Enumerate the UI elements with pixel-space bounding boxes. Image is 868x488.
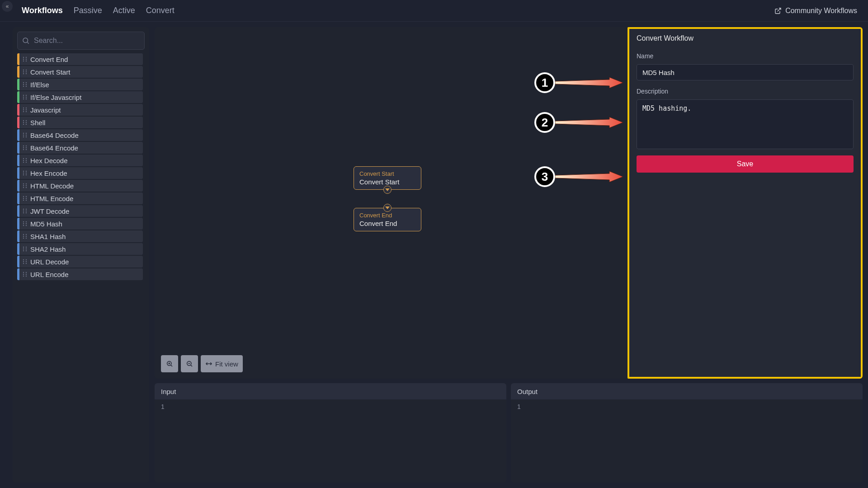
svg-point-99	[23, 259, 24, 260]
palette-item[interactable]: MD5 Hash	[17, 218, 143, 230]
palette-item[interactable]: If/Else	[17, 79, 143, 90]
zoom-in-button[interactable]	[161, 355, 178, 372]
svg-point-76	[26, 209, 27, 210]
palette-color-bar	[17, 117, 19, 128]
tab-workflows[interactable]: Workflows	[22, 6, 63, 15]
palette-item[interactable]: SHA2 Hash	[17, 243, 143, 255]
palette-color-bar	[17, 104, 19, 116]
arrow-icon	[555, 171, 623, 182]
svg-point-46	[26, 145, 27, 146]
output-panel: Output 1	[511, 383, 863, 483]
node-input-handle[interactable]	[383, 204, 392, 212]
palette-color-bar	[17, 66, 19, 78]
palette-item[interactable]: If/Else Javascript	[17, 91, 143, 103]
svg-point-49	[23, 149, 24, 150]
tab-passive[interactable]: Passive	[74, 6, 102, 15]
grip-icon	[21, 107, 28, 113]
community-workflows-link[interactable]: Community Workflows	[774, 7, 857, 15]
description-label: Description	[637, 88, 854, 95]
svg-point-75	[23, 209, 24, 210]
svg-point-77	[23, 211, 24, 211]
palette-item[interactable]: Hex Decode	[17, 155, 143, 166]
svg-point-68	[26, 187, 27, 188]
inspector-save-button[interactable]: Save	[637, 155, 854, 173]
canvas-controls: Fit view	[161, 355, 243, 372]
svg-point-60	[26, 173, 27, 174]
flow-node-convert-end[interactable]: Convert End Convert End	[354, 208, 421, 231]
palette-item[interactable]: Javascript	[17, 104, 143, 116]
svg-point-36	[26, 122, 27, 123]
svg-point-79	[23, 212, 24, 213]
palette-item[interactable]: JWT Decode	[17, 205, 143, 217]
svg-point-20	[26, 86, 27, 87]
svg-point-6	[26, 59, 27, 60]
palette-item[interactable]: Convert Start	[17, 66, 143, 78]
palette-color-bar	[17, 79, 19, 90]
palette-item[interactable]: Hex Encode	[17, 167, 143, 179]
svg-point-106	[26, 272, 27, 273]
input-body[interactable]: 1	[155, 399, 506, 483]
node-palette-sidebar: Convert EndConvert StartIf/ElseIf/Else J…	[13, 27, 149, 483]
community-workflows-label: Community Workflows	[785, 7, 857, 15]
palette-color-bar	[17, 167, 19, 179]
grip-icon	[21, 272, 28, 277]
palette-item-label: HTML Encode	[30, 195, 73, 202]
svg-point-50	[26, 149, 27, 150]
io-row: Input 1 Output 1	[155, 383, 863, 483]
grip-icon	[21, 94, 28, 100]
flow-node-type: Convert Start	[359, 170, 415, 177]
palette-item[interactable]: Convert End	[17, 53, 143, 65]
name-field[interactable]	[637, 64, 854, 80]
svg-point-57	[23, 171, 24, 172]
svg-point-66	[26, 185, 27, 186]
collapse-sidebar-button[interactable]: «	[2, 1, 13, 12]
palette-item-label: SHA2 Hash	[30, 245, 66, 253]
palette-item[interactable]: HTML Decode	[17, 180, 143, 192]
palette-color-bar	[17, 218, 19, 230]
svg-point-34	[26, 120, 27, 121]
topbar: Workflows Passive Active Convert Communi…	[0, 0, 868, 22]
svg-point-51	[23, 158, 24, 159]
palette-item-label: URL Decode	[30, 258, 69, 266]
palette-item[interactable]: HTML Encode	[17, 192, 143, 204]
node-output-handle[interactable]	[383, 186, 392, 194]
palette-item[interactable]: Shell	[17, 117, 143, 128]
svg-point-17	[23, 84, 24, 85]
svg-point-16	[26, 82, 27, 83]
description-field[interactable]: MD5 hashing.	[637, 99, 854, 149]
fit-view-button[interactable]: Fit view	[201, 355, 243, 372]
palette-item[interactable]: URL Encode	[17, 268, 143, 280]
palette-color-bar	[17, 91, 19, 103]
tab-convert[interactable]: Convert	[146, 6, 175, 15]
svg-point-93	[23, 247, 24, 248]
search-icon	[22, 37, 30, 45]
palette-item[interactable]: Base64 Encode	[17, 142, 143, 154]
svg-point-74	[26, 200, 27, 201]
palette-item[interactable]: SHA1 Hash	[17, 230, 143, 242]
svg-marker-123	[555, 171, 623, 182]
svg-point-25	[23, 99, 24, 99]
svg-point-5	[23, 59, 24, 60]
svg-line-118	[191, 365, 192, 366]
search-input[interactable]	[17, 32, 145, 50]
workflow-canvas[interactable]: Convert Start Convert Start Convert End …	[155, 27, 863, 379]
zoom-out-button[interactable]	[181, 355, 198, 372]
flow-node-convert-start[interactable]: Convert Start Convert Start	[354, 166, 421, 190]
svg-point-27	[23, 108, 24, 108]
external-link-icon	[774, 7, 782, 14]
svg-point-35	[23, 122, 24, 123]
svg-point-7	[23, 61, 24, 61]
svg-point-12	[26, 71, 27, 72]
tab-active[interactable]: Active	[113, 6, 135, 15]
svg-point-23	[23, 97, 24, 98]
palette-item[interactable]: URL Decode	[17, 256, 143, 267]
svg-point-8	[26, 61, 27, 61]
svg-point-29	[23, 109, 24, 110]
svg-point-91	[23, 238, 24, 239]
palette-item[interactable]: Base64 Decode	[17, 129, 143, 141]
svg-point-73	[23, 200, 24, 201]
palette-item-label: If/Else Javascript	[30, 94, 81, 101]
svg-point-56	[26, 162, 27, 163]
svg-point-48	[26, 147, 27, 148]
arrow-icon	[555, 117, 623, 128]
